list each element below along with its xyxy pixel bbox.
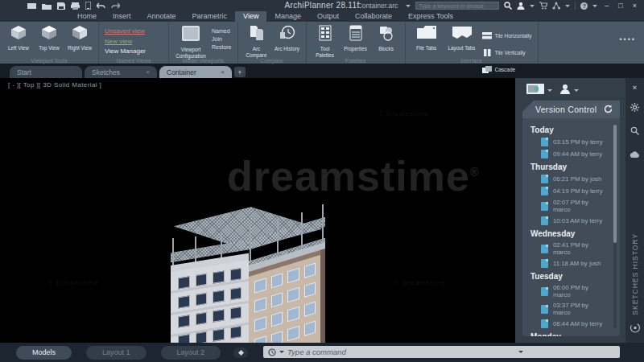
print-icon[interactable] [71,2,80,10]
version-entry[interactable]: 03:37 PM by marco [541,302,607,316]
tab-collaborate[interactable]: Collaborate [347,11,400,22]
tab-express-tools[interactable]: Express Tools [400,11,461,22]
group-label: Palettes [307,58,405,64]
search-panel-icon[interactable] [630,124,639,138]
account-icon[interactable] [517,0,525,13]
tab-parametric[interactable]: Parametric [184,11,236,22]
ribbon-overflow-dots[interactable]: •••• [611,35,644,50]
command-options-caret[interactable] [279,351,284,353]
command-history-icon[interactable] [268,345,276,360]
arc-compare-button[interactable]: Arc Compare [244,25,270,59]
user-menu-button[interactable] [559,83,579,97]
panel-selector-button[interactable] [526,83,552,97]
right-view-button[interactable]: Right View [67,25,93,51]
close-tab-icon[interactable]: × [146,68,150,76]
command-expand-caret[interactable] [518,351,523,353]
search-box[interactable] [415,2,499,10]
version-entry[interactable]: 03:15 PM by terry [541,138,607,146]
command-line[interactable] [263,346,620,358]
sketches-history-label[interactable]: SKETCHES HISTORY [631,233,639,315]
scrollbar-track[interactable] [613,125,617,328]
viewport-configuration-button[interactable]: Viewport Configuration [175,25,207,60]
restore-viewports-item[interactable]: Restore [212,44,232,50]
models-tab[interactable]: Models [16,346,72,360]
tab-output[interactable]: Output [309,11,347,22]
doc-tab-sketches[interactable]: Sketches × [85,66,157,78]
search-icon[interactable] [504,0,512,13]
join-viewports-item[interactable]: Join [212,36,232,42]
user-menu-caret[interactable] [574,89,579,92]
open-folder-icon[interactable] [42,2,52,10]
file-version-icon [541,150,548,158]
building-window [254,278,266,293]
left-view-button[interactable]: Left View [6,25,31,51]
version-entry[interactable]: 06:00 PM by marco [541,284,607,298]
mobile-icon[interactable] [85,2,91,10]
save-icon[interactable] [57,2,65,10]
tile-horizontally-item[interactable]: Tile Horizontally [482,28,532,43]
version-entry[interactable]: 06:21 PM by josh [541,175,607,183]
version-entry[interactable]: 08:44 AM by terry [541,319,607,328]
account-caret[interactable] [530,5,535,7]
layout-tabs-button[interactable]: Layout Tabs [447,25,477,51]
close-tab-icon[interactable]: × [221,68,225,76]
version-entry[interactable]: 04:19 PM by terry [541,187,607,195]
compass-icon[interactable] [630,322,640,336]
share-network-icon[interactable] [552,0,560,13]
version-entry[interactable]: 10:03 AM by terry [541,216,607,225]
settings-gear-icon[interactable] [630,101,639,115]
help-icon[interactable]: ? [580,2,588,10]
maximize-button[interactable]: □ [616,0,625,11]
file-version-icon [541,305,548,314]
unsaved-view-link[interactable]: Unsaved view [105,27,163,35]
close-panel-icon[interactable]: × [633,84,637,92]
file-version-icon [541,259,548,268]
tool-palettes-button[interactable]: Tool Palettes [312,25,338,59]
refresh-icon[interactable] [604,102,613,117]
layout1-tab[interactable]: Layout 1 [86,346,147,360]
version-entry[interactable]: 09:44 AM by terry [541,150,607,158]
doc-tab-container[interactable]: Container × [159,66,232,78]
share-caret[interactable] [565,5,570,7]
close-button[interactable]: × [630,0,639,11]
tab-insert[interactable]: Insert [105,11,139,22]
building-model[interactable] [171,201,325,343]
new-tab-button[interactable]: + [234,67,246,77]
top-view-button[interactable]: Top View [36,25,62,51]
help-caret[interactable] [592,5,597,7]
command-input[interactable] [287,348,615,356]
scrollbar-thumb[interactable] [613,125,617,243]
layout2-tab[interactable]: Layout 2 [161,346,221,360]
redo-icon[interactable] [111,2,120,9]
tab-home[interactable]: Home [69,11,105,22]
viewport-controls-label[interactable]: [ - ][ Top ][ 3D Solid Material ] [8,81,101,88]
file-tabs-button[interactable]: File Tabs [411,25,442,51]
arc-history-button[interactable]: Arc History [275,25,300,52]
properties-button[interactable]: Properties [343,25,369,52]
version-entry[interactable]: 11:18 AM by josh [541,259,607,268]
new-layout-button[interactable] [233,348,248,358]
view-manager-link[interactable]: View Manager [105,47,163,56]
new-file-icon[interactable] [27,2,36,10]
file-dropdown-caret[interactable] [406,5,411,7]
group-model-viewports: Viewport Configuration Named Join Restor… [169,22,238,64]
named-viewports-item[interactable]: Named [212,28,232,34]
file-version-icon [541,175,548,183]
panel-selector-caret[interactable] [547,89,552,92]
tab-manage[interactable]: Manage [266,11,309,22]
search-input[interactable] [419,3,496,9]
cloud-icon[interactable] [630,147,640,162]
drawing-viewport[interactable]: [ - ][ Top ][ 3D Solid Material ] dreams… [0,78,515,343]
tab-annotate[interactable]: Annotate [139,11,184,22]
tab-view[interactable]: View [235,11,266,22]
file-version-icon [541,245,548,253]
cart-icon[interactable] [539,0,547,13]
doc-tab-start[interactable]: Start [10,66,82,78]
cascade-item[interactable]: Cascade [482,62,532,76]
blocks-button[interactable]: Blocks [374,25,399,52]
version-entry[interactable]: 02:41 PM by marco [541,241,607,256]
undo-icon[interactable] [97,2,105,9]
minimize-button[interactable]: – [602,0,611,11]
version-entry[interactable]: 02:07 PM by marco [541,199,607,213]
new-view-link[interactable]: New view [105,38,163,46]
